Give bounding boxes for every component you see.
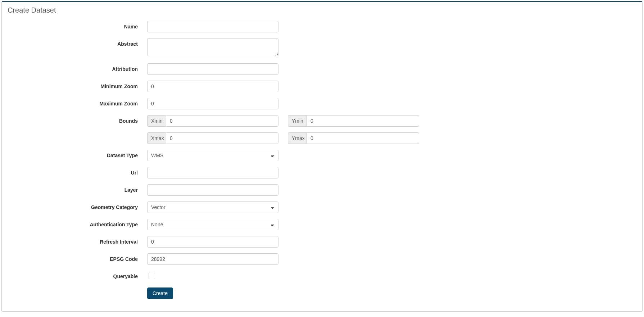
refresh-interval-input[interactable]: [147, 236, 278, 248]
ymin-input[interactable]: [307, 115, 419, 127]
abstract-textarea[interactable]: [147, 38, 278, 56]
panel-title: Create Dataset: [8, 6, 637, 14]
layer-input[interactable]: [147, 184, 278, 196]
ymax-input[interactable]: [307, 132, 419, 144]
create-button[interactable]: Create: [147, 287, 173, 299]
label-epsg-code: EPSG Code: [7, 253, 147, 262]
attribution-input[interactable]: [147, 63, 278, 75]
label-abstract: Abstract: [7, 38, 147, 47]
label-auth-type: Authentication Type: [7, 219, 147, 227]
create-dataset-panel: Create Dataset Name Abstract Attribution…: [1, 1, 643, 312]
label-dataset-type: Dataset Type: [7, 150, 147, 158]
geometry-category-select[interactable]: Vector: [147, 201, 278, 213]
epsg-code-input[interactable]: [147, 253, 278, 265]
ymin-addon: Ymin: [288, 115, 307, 127]
label-bounds-2: [7, 132, 147, 135]
ymax-addon: Ymax: [288, 132, 307, 144]
label-refresh-interval: Refresh Interval: [7, 236, 147, 245]
label-geometry-category: Geometry Category: [7, 201, 147, 210]
xmin-group: Xmin: [147, 115, 278, 127]
ymax-group: Ymax: [288, 132, 419, 144]
xmin-input[interactable]: [166, 115, 278, 127]
label-attribution: Attribution: [7, 63, 147, 72]
label-layer: Layer: [7, 184, 147, 193]
label-queryable: Queryable: [7, 271, 147, 279]
auth-type-select[interactable]: None: [147, 219, 278, 230]
create-dataset-form: Name Abstract Attribution Minimum Zoom M: [7, 21, 637, 299]
queryable-checkbox[interactable]: [149, 273, 155, 279]
label-min-zoom: Minimum Zoom: [7, 81, 147, 89]
min-zoom-input[interactable]: [147, 81, 278, 92]
xmax-group: Xmax: [147, 132, 278, 144]
label-name: Name: [7, 21, 147, 30]
label-bounds: Bounds: [7, 115, 147, 124]
url-input[interactable]: [147, 167, 278, 178]
label-max-zoom: Maximum Zoom: [7, 98, 147, 107]
name-input[interactable]: [147, 21, 278, 32]
label-url: Url: [7, 167, 147, 176]
xmax-addon: Xmax: [147, 132, 166, 144]
max-zoom-input[interactable]: [147, 98, 278, 109]
ymin-group: Ymin: [288, 115, 419, 127]
xmin-addon: Xmin: [147, 115, 166, 127]
xmax-input[interactable]: [166, 132, 278, 144]
dataset-type-select[interactable]: WMS: [147, 150, 278, 161]
